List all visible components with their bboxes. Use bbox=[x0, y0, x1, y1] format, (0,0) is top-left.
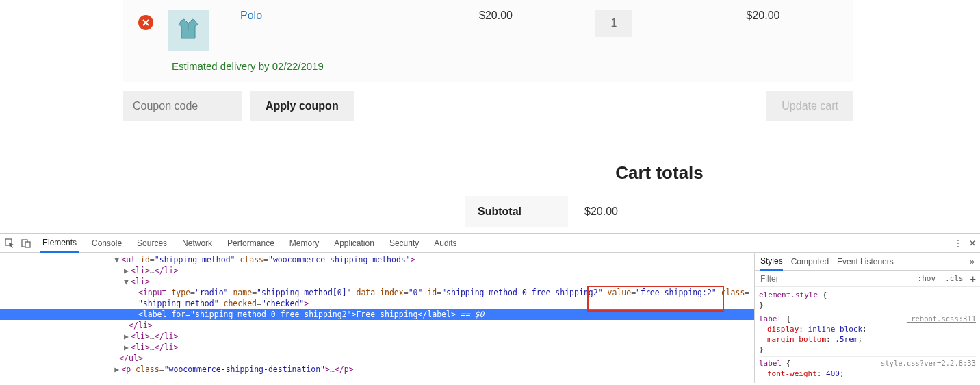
close-icon bbox=[142, 16, 149, 29]
dom-line[interactable]: ▶<li>…</li> bbox=[0, 342, 754, 353]
cart-totals-section: Cart totals Subtotal $20.00 bbox=[465, 162, 853, 227]
apply-coupon-button[interactable]: Apply coupon bbox=[250, 91, 354, 121]
dom-line[interactable]: <input type="radio" name="shipping_metho… bbox=[0, 287, 754, 298]
dom-line[interactable]: </ul> bbox=[0, 353, 754, 364]
device-toggle-icon[interactable] bbox=[21, 238, 31, 249]
coupon-code-input[interactable] bbox=[123, 91, 242, 121]
source-link[interactable]: _reboot.scss:311 bbox=[907, 314, 976, 324]
product-thumbnail[interactable] bbox=[168, 10, 209, 51]
more-tabs-icon[interactable]: » bbox=[970, 256, 975, 266]
tab-console[interactable]: Console bbox=[89, 234, 125, 253]
quantity-column bbox=[595, 10, 712, 37]
line-subtotal: $20.00 bbox=[712, 10, 814, 22]
dom-line[interactable]: ▶<li>…</li> bbox=[0, 265, 754, 276]
new-style-rule-icon[interactable]: + bbox=[970, 273, 976, 284]
dom-line[interactable]: ▶<p class="woocommerce-shipping-destinat… bbox=[0, 364, 754, 375]
styles-filter-input[interactable] bbox=[755, 274, 911, 284]
remove-column bbox=[123, 10, 168, 30]
close-devtools-icon[interactable]: ✕ bbox=[969, 238, 976, 248]
svg-rect-2 bbox=[25, 242, 30, 247]
tab-computed[interactable]: Computed bbox=[791, 253, 829, 271]
devtools-toolbar-right: ⋮ ✕ bbox=[954, 238, 976, 248]
styles-sidebar: Styles Computed Event Listeners » :hov .… bbox=[754, 253, 980, 383]
cart-totals-title: Cart totals bbox=[465, 162, 853, 184]
remove-item-button[interactable] bbox=[138, 15, 153, 30]
cls-toggle[interactable]: .cls bbox=[942, 273, 966, 284]
filter-toggles: :hov .cls + bbox=[911, 273, 980, 284]
styles-list[interactable]: element.style { } _reboot.scss:311 label… bbox=[755, 287, 980, 383]
inspect-element-icon[interactable] bbox=[4, 238, 15, 249]
subtotal-value: $20.00 bbox=[568, 196, 634, 227]
thumbnail-column bbox=[168, 10, 236, 51]
subtotal-row: Subtotal $20.00 bbox=[465, 196, 853, 227]
update-cart-button[interactable]: Update cart bbox=[766, 91, 853, 121]
tab-audits[interactable]: Audits bbox=[431, 234, 459, 253]
cart-item-row: Polo Estimated delivery by 02/22/2019 $2… bbox=[123, 0, 853, 82]
dom-line[interactable]: ▼<li> bbox=[0, 276, 754, 287]
quantity-input[interactable] bbox=[595, 10, 632, 37]
subtotal-label: Subtotal bbox=[465, 196, 568, 227]
tab-event-listeners[interactable]: Event Listeners bbox=[837, 253, 894, 271]
dom-line[interactable]: "shipping_method" checked="checked"> bbox=[0, 298, 754, 309]
tab-application[interactable]: Application bbox=[331, 234, 377, 253]
polo-shirt-icon bbox=[175, 15, 202, 45]
devtools-panel: Elements Console Sources Network Perform… bbox=[0, 233, 980, 383]
devtools-body: ▼<ul id="shipping_method" class="woocomm… bbox=[0, 253, 980, 383]
dom-line[interactable]: </li> bbox=[0, 320, 754, 331]
sidebar-tabs: Styles Computed Event Listeners » bbox=[755, 253, 980, 271]
kebab-menu-icon[interactable]: ⋮ bbox=[954, 238, 962, 248]
dom-line-selected[interactable]: <label for="shipping_method_0_free_shipp… bbox=[0, 309, 754, 320]
tab-performance[interactable]: Performance bbox=[224, 234, 277, 253]
product-column: Polo Estimated delivery by 02/22/2019 bbox=[236, 10, 479, 72]
styles-filter-row: :hov .cls + bbox=[755, 271, 980, 287]
devtools-tabs: Elements Console Sources Network Perform… bbox=[40, 234, 460, 253]
product-name-link[interactable]: Polo bbox=[240, 10, 262, 21]
tab-elements[interactable]: Elements bbox=[40, 234, 79, 253]
tab-security[interactable]: Security bbox=[387, 234, 422, 253]
tab-memory[interactable]: Memory bbox=[287, 234, 322, 253]
delivery-estimate: Estimated delivery by 02/22/2019 bbox=[172, 60, 479, 72]
elements-tree[interactable]: ▼<ul id="shipping_method" class="woocomm… bbox=[0, 253, 754, 383]
tab-network[interactable]: Network bbox=[179, 234, 215, 253]
unit-price: $20.00 bbox=[479, 10, 595, 22]
devtools-toolbar: Elements Console Sources Network Perform… bbox=[0, 234, 980, 253]
dom-line[interactable]: ▼<ul id="shipping_method" class="woocomm… bbox=[0, 254, 754, 265]
source-link[interactable]: style.css?ver=2.2.8:33 bbox=[881, 358, 976, 369]
dom-line[interactable]: ▶<li>…</li> bbox=[0, 331, 754, 342]
hov-toggle[interactable]: :hov bbox=[915, 273, 939, 284]
tab-sources[interactable]: Sources bbox=[134, 234, 170, 253]
tab-styles[interactable]: Styles bbox=[760, 253, 783, 271]
cart-actions-row: Apply coupon Update cart bbox=[123, 91, 853, 121]
